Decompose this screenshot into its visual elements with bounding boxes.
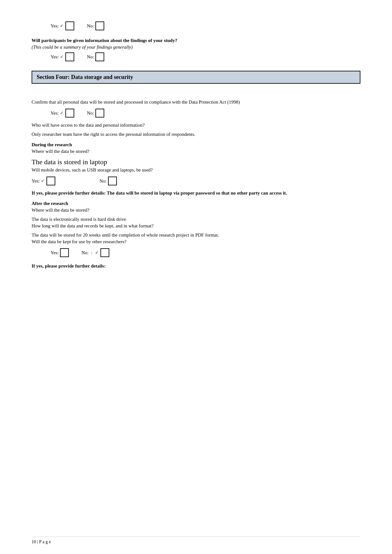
after-no-text: No:: [81, 250, 89, 256]
q1-no-text: No:: [87, 54, 94, 60]
after-yes-label: Yes:: [51, 248, 69, 257]
section4-header-block: Section Four: Data storage and security: [32, 71, 360, 93]
during-no-text: No:: [100, 178, 107, 184]
dp-no-label: No:: [87, 109, 104, 117]
access-question-text: Who will have access to the data and per…: [32, 123, 360, 128]
during-where-a: The data is stored in laptop: [32, 158, 360, 166]
question1-block: Will participants be given information a…: [32, 38, 360, 61]
during-yes-checkbox[interactable]: [46, 177, 55, 185]
data-protection-text: Confirm that all personal data will be s…: [32, 99, 360, 105]
after-heading: After the research: [32, 201, 360, 206]
after-no-checkmark: ✓: [95, 250, 99, 255]
q1-no-label: No:: [87, 52, 104, 61]
top-yes-text: Yes:: [51, 23, 59, 29]
if-yes-during-text: If yes, please provide further details: …: [32, 190, 360, 196]
during-where-q: Where will the data be stored?: [32, 149, 360, 154]
after-no-label: No: : ✓: [81, 248, 109, 257]
section4-header: Section Four: Data storage and security: [32, 71, 360, 84]
access-block: Who will have access to the data and per…: [32, 123, 360, 137]
top-yes-label: Yes: ✓: [51, 21, 74, 30]
dp-yn-row: Yes: ✓ No:: [51, 109, 360, 117]
q1-yes-label: Yes: ✓: [51, 52, 74, 61]
data-protection-block: Confirm that all personal data will be s…: [32, 99, 360, 117]
after-yes-text: Yes:: [51, 250, 59, 256]
dp-yes-checkmark: ✓: [60, 111, 63, 116]
question1-subtext: (This could be a summary of your finding…: [32, 45, 360, 50]
q1-yes-checkmark: ✓: [60, 54, 63, 59]
after-howlong-a: The data will be stored for 20 weeks unt…: [32, 232, 360, 238]
access-answer-text: Only researcher team have the right to a…: [32, 132, 360, 137]
during-yes-text: Yes:: [32, 178, 40, 184]
top-no-text: No:: [87, 23, 94, 29]
section4-title: Section Four: Data storage and security: [37, 74, 133, 80]
question1-text: Will participants be given information a…: [32, 38, 360, 43]
dp-yes-text: Yes:: [51, 111, 59, 116]
if-yes-after-block: If yes, please provide further details:: [32, 263, 360, 269]
top-yn-row: Yes: ✓ No:: [51, 21, 360, 30]
after-no-checkbox[interactable]: [100, 248, 109, 257]
during-heading: During the research: [32, 142, 360, 148]
top-yn-block: Yes: ✓ No:: [32, 21, 360, 30]
if-yes-during-block: If yes, please provide further details: …: [32, 190, 360, 196]
q1-no-checkbox[interactable]: [95, 52, 104, 61]
during-research-block: During the research Where will the data …: [32, 142, 360, 185]
dp-no-checkbox[interactable]: [95, 109, 104, 117]
page-footer: 10 | P a g e: [32, 537, 360, 545]
q1-yes-text: Yes:: [51, 54, 59, 60]
top-no-checkbox[interactable]: [95, 21, 104, 30]
dp-no-text: No:: [87, 111, 94, 116]
after-kept-q: Will the data be kept for use by other r…: [32, 239, 360, 244]
top-yes-checkbox[interactable]: [65, 21, 74, 30]
top-yes-checkmark: ✓: [60, 23, 63, 28]
after-research-block: After the research Where will the data b…: [32, 201, 360, 257]
during-yes-checkmark: ✓: [41, 178, 45, 184]
after-where-q: Where will the data be stored?: [32, 208, 360, 213]
if-yes-after-text: If yes, please provide further details:: [32, 263, 360, 269]
after-where-a: The data is electronically stored is har…: [32, 217, 360, 222]
after-yn-row: Yes: No: : ✓: [51, 248, 360, 257]
during-mobile-q: Will mobile devices, such as USB storage…: [32, 167, 360, 173]
page-label: | P a g e: [37, 539, 51, 544]
dp-yes-checkbox[interactable]: [65, 109, 74, 117]
during-no-label: No:: [100, 177, 117, 185]
dp-yes-label: Yes: ✓: [51, 109, 74, 117]
during-yes-label: Yes: ✓: [32, 177, 55, 185]
q1-yes-checkbox[interactable]: [65, 52, 74, 61]
during-no-checkbox[interactable]: [108, 177, 117, 185]
after-yes-checkbox[interactable]: [60, 248, 69, 257]
page: Yes: ✓ No: Will participants be given in…: [0, 0, 392, 554]
q1-yn-row: Yes: ✓ No:: [51, 52, 360, 61]
top-no-label: No:: [87, 21, 104, 30]
page-number: 10: [32, 539, 36, 544]
after-howlong-q: How long will the data and records be ke…: [32, 223, 360, 229]
after-no-spacer: :: [91, 250, 93, 256]
during-yn-row: Yes: ✓ No:: [32, 177, 360, 185]
